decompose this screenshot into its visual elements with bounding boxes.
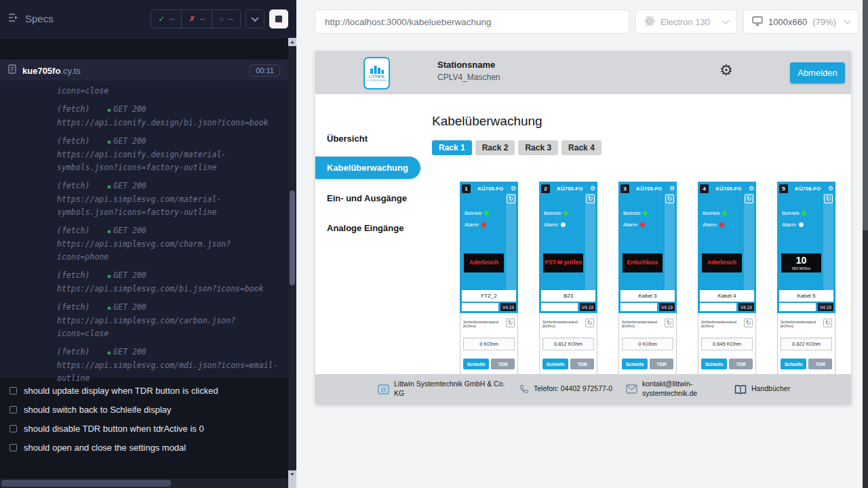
tdr-button[interactable]: TDR [729,359,753,369]
card-gear-icon[interactable]: ⚙ [749,186,754,192]
tab-rack-3[interactable]: Rack 3 [518,140,558,155]
chevron-down-icon [844,18,851,24]
tdr-button[interactable]: TDR [650,359,673,369]
viewport-select[interactable]: 1000x660 (79%) [743,9,859,34]
device-model: KÜ705-FO [551,186,589,192]
status-display: Aderbruch [702,253,742,272]
card-gear-icon[interactable]: ⚙ [828,186,833,192]
test-row[interactable]: should open and close the settings modal [0,438,288,457]
logo-text: LITTWIN [369,75,384,79]
scroll-down-button[interactable] [288,470,296,479]
status-dot-icon: ● [107,184,111,190]
collapse-button[interactable] [245,9,264,28]
runner-vertical-scrollbar[interactable] [288,38,296,479]
status-dot-icon: ● [107,305,111,311]
tdr-button[interactable]: TDR [808,359,832,369]
log-entry[interactable]: (fetch)●GET 200 https://api.simplesvg.co… [57,180,281,219]
refresh-icon[interactable]: ↻ [665,195,674,203]
refresh-icon[interactable]: ↻ [665,319,673,327]
phone-icon [519,384,529,394]
card-side-strip: ↻ [823,193,833,290]
log-entry[interactable]: (fetch)●GET 200 https://api.iconify.desi… [57,103,281,129]
spec-extension: .cy.ts [60,66,80,76]
spec-duration-badge: 00:11 [250,64,280,77]
cable-name-field[interactable]: B23 [541,290,595,302]
url-text: http://localhost:3000/kabelueberwachung [325,17,491,27]
log-entry[interactable]: icons=close [57,85,281,98]
status-dot-icon: ● [107,228,111,235]
card-gear-icon[interactable]: ⚙ [590,186,595,192]
refresh-icon[interactable]: ↻ [823,319,832,327]
footer-email[interactable]: kontakt@littwin-systemtechnik.de [626,380,705,398]
test-row[interactable]: should update display when TDR button is… [0,381,288,400]
passed-count: -- [169,14,174,24]
log-entry[interactable]: (fetch)●GET 200 https://api.iconify.desi… [57,135,281,174]
card-gear-icon[interactable]: ⚙ [669,186,675,192]
refresh-icon[interactable]: ↻ [506,319,515,327]
scrollbar-thumb[interactable] [1,480,171,487]
schleife-button[interactable]: Schleife [542,359,568,369]
http-status: ●GET 200 [107,346,146,359]
spec-file-icon [8,64,16,77]
tab-rack-2[interactable]: Rack 2 [475,140,515,155]
request-url: https://api.iconify.design/material-symb… [57,148,281,174]
tdr-button[interactable]: TDR [491,359,515,369]
log-entry[interactable]: (fetch)●GET 200 https://api.simplesvg.co… [57,224,281,264]
station-value: CPLV4_Maschen [437,73,500,82]
tdr-button[interactable]: TDR [570,359,594,369]
logout-button[interactable]: Abmelden [790,62,845,83]
browser-select[interactable]: Electron 130 [635,9,737,34]
footer-phone[interactable]: Telefon: 04402 972577-0 [519,384,616,394]
alarm-led [561,222,566,227]
sidebar-item-uebersicht[interactable]: Übersicht [315,123,420,153]
sidebar-item-analoge-eingaenge[interactable]: Analoge Eingänge [315,213,420,243]
footer-manuals[interactable]: Handbücher [734,384,790,394]
cable-name-field[interactable]: Kabel 5 [779,290,833,302]
runner-horizontal-scrollbar[interactable] [0,479,296,488]
scrollbar-thumb[interactable] [863,0,868,230]
schleife-button[interactable]: Schleife [781,359,806,369]
test-row[interactable]: should switch back to Schleife display [0,400,288,419]
log-entry[interactable]: (fetch)●GET 200 https://api.simplesvg.co… [57,346,281,385]
sidebar-item-kabelueberwachung[interactable]: Kabelüberwachung [315,157,420,179]
stop-button[interactable] [269,9,288,28]
http-status: ●GET 200 [107,103,146,117]
test-box-icon [9,444,17,451]
sidebar-item-ein-und-ausgaenge[interactable]: Ein- und Ausgänge [315,183,420,213]
betrieb-led [564,211,568,216]
schleife-button[interactable]: Schleife [622,359,648,369]
book-icon [734,384,747,394]
refresh-icon[interactable]: ↻ [507,195,515,203]
refresh-icon[interactable]: ↻ [586,195,595,203]
log-entry[interactable]: (fetch)●GET 200 https://api.simplesvg.co… [57,301,281,340]
card-gear-icon[interactable]: ⚙ [511,186,516,192]
scrollbar-thumb[interactable] [290,190,295,285]
tab-rack-4[interactable]: Rack 4 [561,140,601,155]
refresh-icon[interactable]: ↻ [585,319,594,327]
spec-file-header[interactable]: kue705fo.cy.ts 00:11 [0,60,288,81]
alarm-label: Alarm [782,222,796,228]
refresh-icon[interactable]: ↻ [745,195,753,203]
refresh-icon[interactable]: ↻ [744,319,753,327]
alarm-label: Alarm [544,222,558,228]
url-input[interactable]: http://localhost:3000/kabelueberwachung [315,9,629,34]
cable-name-field[interactable]: Kabel 3 [620,290,675,302]
chevron-down-icon [251,14,258,21]
tab-rack-1[interactable]: Rack 1 [432,140,472,155]
refresh-icon[interactable]: ↻ [824,195,833,203]
scroll-up-button[interactable] [288,38,296,46]
cable-name-field[interactable]: Kabel 4 [700,290,754,302]
settings-gear-icon[interactable]: ⚙ [719,63,733,78]
schleife-button[interactable]: Schleife [701,359,727,369]
status-dot-icon: ● [107,139,111,145]
chevron-down-icon [723,18,730,24]
test-row[interactable]: should disable TDR button when tdrActive… [0,419,288,438]
cable-name-field[interactable]: FTZ_2 [462,290,516,302]
specs-list-icon[interactable] [8,13,19,25]
request-url: https://api.simplesvg.com/bi.json?icons=… [57,283,281,296]
status-text: Aderbruch [707,260,736,266]
measure-value: 0.812 KOhm [542,338,594,350]
page-scrollbar[interactable] [863,0,868,488]
log-entry[interactable]: (fetch)●GET 200 https://api.simplesvg.co… [57,269,281,296]
schleife-button[interactable]: Schleife [463,359,489,369]
